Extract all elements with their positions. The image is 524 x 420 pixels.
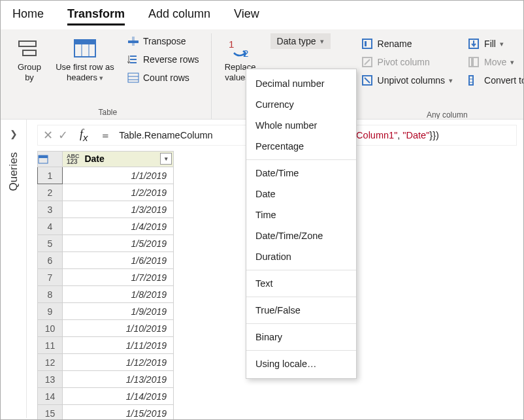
- dt-binary[interactable]: Binary: [246, 327, 356, 347]
- table-icon: [73, 36, 97, 62]
- dt-percentage[interactable]: Percentage: [246, 136, 356, 157]
- dt-decimal[interactable]: Decimal number: [246, 73, 356, 94]
- fill-icon: [468, 39, 480, 49]
- dt-whole[interactable]: Whole number: [246, 115, 356, 136]
- row-header[interactable]: 13: [38, 371, 63, 388]
- table-row[interactable]: 121/12/2019: [38, 354, 174, 371]
- row-header[interactable]: 14: [38, 388, 63, 405]
- table-row[interactable]: 71/7/2019: [38, 269, 174, 286]
- tab-transform[interactable]: Transform: [67, 7, 125, 25]
- group-by-label: Group by: [18, 62, 41, 83]
- svg-rect-20: [469, 76, 473, 85]
- dt-datetime[interactable]: Date/Time: [246, 163, 356, 184]
- table-row[interactable]: 111/11/2019: [38, 337, 174, 354]
- cell-date[interactable]: 1/14/2019: [63, 388, 174, 405]
- table-row[interactable]: 151/15/2019: [38, 405, 174, 421]
- count-rows-button[interactable]: Count rows: [123, 70, 203, 86]
- row-header[interactable]: 4: [38, 218, 63, 235]
- dt-currency[interactable]: Currency: [246, 94, 356, 115]
- first-row-headers-button[interactable]: Use first row as headers: [49, 33, 121, 86]
- dt-time[interactable]: Time: [246, 204, 356, 225]
- dt-dtz[interactable]: Date/Time/Zone: [246, 225, 356, 246]
- dt-locale[interactable]: Using locale…: [246, 353, 356, 374]
- cell-date[interactable]: 1/5/2019: [63, 235, 174, 252]
- row-header[interactable]: 2: [38, 184, 63, 201]
- reverse-rows-label: Reverse rows: [143, 54, 199, 65]
- first-row-headers-label: Use first row as headers: [56, 62, 114, 83]
- row-header[interactable]: 1: [38, 167, 63, 184]
- cell-date[interactable]: 1/6/2019: [63, 252, 174, 269]
- svg-rect-1: [23, 50, 36, 56]
- data-type-label: Data type: [277, 36, 316, 46]
- table-row[interactable]: 31/3/2019: [38, 201, 174, 218]
- data-type-menu: Decimal number Currency Whole number Per…: [246, 69, 357, 379]
- cell-date[interactable]: 1/15/2019: [63, 405, 174, 421]
- unpivot-columns-button[interactable]: Unpivot columns: [358, 73, 457, 88]
- cell-date[interactable]: 1/13/2019: [63, 371, 174, 388]
- transpose-button[interactable]: Transpose: [123, 33, 203, 49]
- cell-date[interactable]: 1/4/2019: [63, 218, 174, 235]
- column-filter-dropdown[interactable]: ▾: [160, 153, 172, 165]
- reverse-rows-button[interactable]: Reverse rows: [123, 52, 203, 67]
- dt-tf[interactable]: True/False: [246, 300, 356, 321]
- table-row[interactable]: 21/2/2019: [38, 184, 174, 201]
- cell-date[interactable]: 1/9/2019: [63, 303, 174, 320]
- row-header[interactable]: 10: [38, 320, 63, 337]
- tab-home[interactable]: Home: [12, 7, 44, 25]
- cell-date[interactable]: 1/10/2019: [63, 320, 174, 337]
- pivot-column-button[interactable]: Pivot column: [358, 54, 457, 70]
- row-header[interactable]: 5: [38, 235, 63, 252]
- count-rows-label: Count rows: [143, 73, 189, 83]
- transpose-icon: [127, 36, 139, 46]
- convert-to-list-button[interactable]: Convert to list: [465, 73, 523, 88]
- row-header[interactable]: 3: [38, 201, 63, 218]
- fx-icon[interactable]: fx: [80, 127, 92, 143]
- dt-date[interactable]: Date: [246, 184, 356, 204]
- row-header[interactable]: 11: [38, 337, 63, 354]
- column-header-date[interactable]: ABC 123 Date ▾: [63, 152, 174, 167]
- dt-text[interactable]: Text: [246, 273, 356, 294]
- cell-date[interactable]: 1/1/2019: [63, 167, 174, 184]
- cell-date[interactable]: 1/12/2019: [63, 354, 174, 371]
- cell-date[interactable]: 1/8/2019: [63, 286, 174, 303]
- fill-label: Fill: [484, 39, 496, 49]
- cell-date[interactable]: 1/7/2019: [63, 269, 174, 286]
- rename-icon: [362, 39, 374, 49]
- table-row[interactable]: 51/5/2019: [38, 235, 174, 252]
- table-row[interactable]: 81/8/2019: [38, 286, 174, 303]
- move-button[interactable]: Move: [465, 54, 523, 70]
- corner-cell[interactable]: [38, 152, 63, 167]
- row-header[interactable]: 12: [38, 354, 63, 371]
- row-header[interactable]: 8: [38, 286, 63, 303]
- table-row[interactable]: 91/9/2019: [38, 303, 174, 320]
- row-header[interactable]: 15: [38, 405, 63, 421]
- unpivot-icon: [362, 75, 374, 86]
- group-by-button[interactable]: Group by: [12, 33, 46, 86]
- row-header[interactable]: 6: [38, 252, 63, 269]
- tab-view[interactable]: View: [234, 7, 259, 25]
- cell-date[interactable]: 1/2/2019: [63, 184, 174, 201]
- table-row[interactable]: 11/1/2019: [38, 167, 174, 184]
- tab-add-column[interactable]: Add column: [148, 7, 210, 25]
- queries-rail[interactable]: ❯ Queries: [1, 120, 27, 418]
- rename-button[interactable]: Rename: [358, 36, 457, 52]
- cell-date[interactable]: 1/3/2019: [63, 201, 174, 218]
- count-icon: [127, 73, 139, 83]
- table-row[interactable]: 131/13/2019: [38, 371, 174, 388]
- table-row[interactable]: 101/10/2019: [38, 320, 174, 337]
- svg-rect-7: [132, 37, 135, 46]
- commit-icon[interactable]: ✓: [58, 128, 68, 142]
- cancel-icon[interactable]: ✕: [43, 128, 53, 142]
- group-by-icon: [18, 36, 41, 62]
- n123-icon: 123: [67, 159, 80, 165]
- table-row[interactable]: 41/4/2019: [38, 218, 174, 235]
- fill-button[interactable]: Fill: [465, 36, 523, 52]
- row-header[interactable]: 7: [38, 269, 63, 286]
- dt-duration[interactable]: Duration: [246, 246, 356, 267]
- table-row[interactable]: 141/14/2019: [38, 388, 174, 405]
- cell-date[interactable]: 1/11/2019: [63, 337, 174, 354]
- row-header[interactable]: 9: [38, 303, 63, 320]
- expand-chevron-icon[interactable]: ❯: [10, 129, 18, 139]
- table-row[interactable]: 61/6/2019: [38, 252, 174, 269]
- data-type-dropdown[interactable]: Data type: [270, 33, 331, 49]
